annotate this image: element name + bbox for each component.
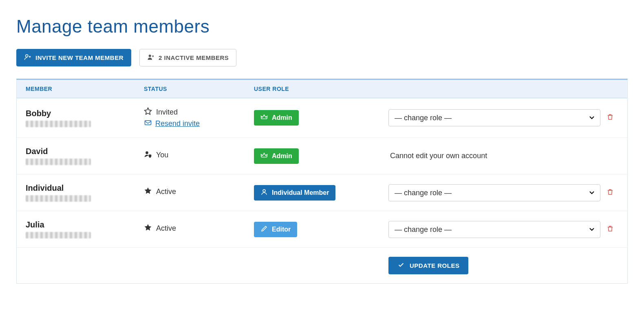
svg-point-4 — [263, 190, 265, 192]
table-footer: UPDATE ROLES — [17, 248, 627, 283]
status-label: Active — [156, 224, 176, 233]
member-email-redacted — [26, 195, 91, 202]
col-member-header: MEMBER — [26, 86, 144, 92]
user-shield-icon — [144, 150, 152, 160]
user-plus-icon — [24, 53, 31, 62]
star-fill-icon — [144, 223, 152, 234]
role-badge-label: Admin — [272, 152, 292, 160]
star-fill-icon — [144, 187, 152, 197]
table-row: Bobby Invited Resend invite Admin — chan… — [17, 98, 627, 138]
table-row: Julia Active Editor — change role — — [17, 211, 627, 248]
check-icon — [397, 262, 405, 269]
crown-icon — [260, 113, 268, 122]
envelope-icon — [144, 119, 152, 128]
invite-button[interactable]: INVITE NEW TEAM MEMBER — [16, 49, 131, 66]
role-badge-label: Editor — [272, 226, 291, 233]
crown-icon — [260, 152, 268, 161]
role-badge: Individual Member — [254, 185, 335, 201]
role-cell: Editor — [254, 222, 388, 237]
member-cell: David — [26, 147, 144, 165]
role-cell: Admin — [254, 110, 388, 126]
action-bar: INVITE NEW TEAM MEMBER 2 INACTIVE MEMBER… — [16, 49, 628, 66]
user-x-icon — [147, 53, 154, 62]
trash-icon — [607, 115, 614, 122]
inactive-members-label: 2 INACTIVE MEMBERS — [159, 54, 229, 61]
change-role-cell: — change role — — [388, 221, 602, 238]
role-badge: Editor — [254, 222, 297, 237]
invite-button-label: INVITE NEW TEAM MEMBER — [35, 54, 124, 61]
person-icon — [260, 188, 268, 197]
star-outline-icon — [144, 107, 152, 117]
role-badge-label: Admin — [272, 114, 292, 121]
resend-invite-label: Resend invite — [155, 119, 200, 128]
delete-member-button[interactable] — [607, 188, 614, 198]
col-role-header: USER ROLE — [254, 86, 388, 92]
change-role-select[interactable]: — change role — — [388, 109, 600, 126]
status-label: Active — [156, 187, 176, 196]
delete-member-button[interactable] — [607, 113, 614, 123]
member-name: Bobby — [26, 109, 144, 118]
member-cell: Individual — [26, 183, 144, 202]
trash-icon — [607, 190, 614, 197]
member-cell: Bobby — [26, 109, 144, 127]
members-table: MEMBER STATUS USER ROLE Bobby Invited Re… — [16, 79, 628, 284]
member-name: Julia — [26, 220, 144, 229]
trash-icon — [607, 227, 614, 234]
table-header: MEMBER STATUS USER ROLE — [17, 80, 627, 98]
pencil-icon — [260, 225, 268, 234]
status-cell: Active — [144, 187, 254, 198]
locked-account-text: Cannot edit your own account — [388, 152, 602, 160]
role-cell: Individual Member — [254, 185, 388, 201]
role-badge: Admin — [254, 148, 299, 164]
resend-invite-link[interactable]: Resend invite — [144, 119, 200, 128]
svg-point-1 — [149, 55, 151, 57]
status-label: Invited — [156, 108, 178, 117]
svg-point-0 — [26, 55, 28, 57]
role-cell: Admin — [254, 148, 388, 164]
change-role-select[interactable]: — change role — — [388, 221, 600, 238]
inactive-members-button[interactable]: 2 INACTIVE MEMBERS — [139, 49, 236, 66]
table-row: David You Admin Cannot edit your own acc… — [17, 138, 627, 174]
member-email-redacted — [26, 121, 91, 127]
status-cell: Invited Resend invite — [144, 107, 254, 128]
update-roles-label: UPDATE ROLES — [410, 262, 459, 269]
member-cell: Julia — [26, 220, 144, 238]
change-role-cell: Cannot edit your own account — [388, 152, 602, 160]
delete-member-button[interactable] — [607, 225, 614, 234]
status-cell: You — [144, 150, 254, 162]
change-role-cell: — change role — — [388, 184, 602, 201]
member-name: Individual — [26, 183, 144, 193]
col-status-header: STATUS — [144, 86, 254, 92]
member-email-redacted — [26, 159, 91, 165]
svg-rect-2 — [145, 121, 151, 125]
page-title: Manage team members — [16, 16, 628, 37]
role-badge-label: Individual Member — [272, 189, 329, 196]
change-role-select[interactable]: — change role — — [388, 184, 600, 201]
change-role-cell: — change role — — [388, 109, 602, 126]
member-email-redacted — [26, 232, 91, 238]
status-label: You — [156, 151, 168, 159]
status-cell: Active — [144, 223, 254, 235]
table-row: Individual Active Individual Member — ch… — [17, 174, 627, 211]
svg-point-3 — [146, 151, 148, 154]
role-badge: Admin — [254, 110, 299, 126]
update-roles-button[interactable]: UPDATE ROLES — [388, 257, 468, 274]
member-name: David — [26, 147, 144, 156]
